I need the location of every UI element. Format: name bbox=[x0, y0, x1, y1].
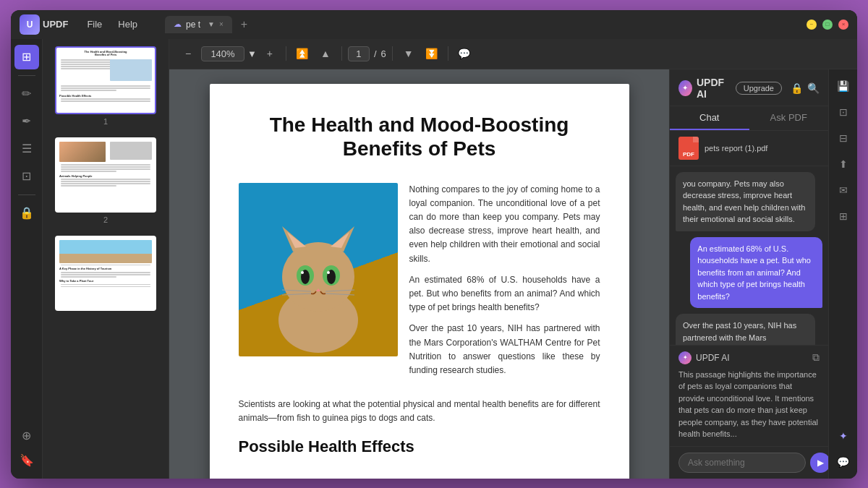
thumbnail-3[interactable]: A Key Phase in the History of Tourism Wh… bbox=[43, 228, 169, 318]
thumb-line bbox=[61, 98, 150, 100]
tab-bar: ☁ pe t ▼ × + bbox=[165, 16, 253, 33]
tool-protect-button[interactable]: 🔒 bbox=[14, 201, 39, 226]
ai-input-area: ▶ ⊕ bbox=[670, 446, 828, 479]
tab-icon: ☁ bbox=[174, 20, 182, 29]
thumb-line bbox=[61, 185, 116, 187]
menu-help[interactable]: Help bbox=[111, 16, 145, 33]
rt-ocr-button[interactable]: ⊡ bbox=[833, 101, 854, 123]
tool-bookmark-button[interactable]: 🔖 bbox=[14, 448, 39, 473]
pdf-content-block: Nothing compares to the joy of coming ho… bbox=[239, 183, 600, 385]
copy-button[interactable]: ⧉ bbox=[812, 351, 820, 364]
thumbnail-1-cat-img bbox=[110, 59, 152, 81]
toolbar-separator-2 bbox=[341, 46, 342, 61]
first-page-button[interactable]: ⏫ bbox=[292, 43, 312, 64]
tool-edit-button[interactable]: ✏ bbox=[14, 82, 39, 106]
rt-save-button[interactable]: 💾 bbox=[833, 75, 854, 97]
thumb-line bbox=[61, 284, 150, 286]
ai-messages: you company. Pets may also decrease stre… bbox=[670, 166, 828, 345]
app-logo-icon: U bbox=[20, 14, 40, 35]
last-page-button[interactable]: ⏬ bbox=[422, 43, 442, 64]
thumb-line bbox=[61, 164, 150, 166]
svg-point-1 bbox=[282, 242, 354, 312]
app-name: UPDF bbox=[43, 19, 68, 30]
minimize-button[interactable]: − bbox=[807, 20, 817, 30]
rt-compress-button[interactable]: ⊟ bbox=[833, 127, 854, 149]
close-button[interactable]: × bbox=[838, 20, 848, 30]
ai-header-icons: 🔒 🔍 bbox=[791, 82, 820, 94]
thumb-line bbox=[61, 181, 150, 182]
lock-icon[interactable]: 🔒 bbox=[791, 82, 803, 94]
zoom-arrow-icon[interactable]: ▼ bbox=[247, 48, 257, 59]
thumb-line bbox=[61, 87, 150, 89]
toolbar-separator-3 bbox=[392, 46, 393, 61]
pdf-file-icon: PDF bbox=[678, 137, 699, 160]
menu-bar: File Help bbox=[80, 16, 145, 33]
next-page-button[interactable]: ▼ bbox=[399, 43, 419, 64]
tab-add-button[interactable]: + bbox=[235, 17, 253, 33]
comment-button[interactable]: 💬 bbox=[454, 43, 475, 64]
tab-pet[interactable]: ☁ pe t ▼ × bbox=[165, 16, 232, 33]
ai-message-1: you company. Pets may also decrease stre… bbox=[676, 172, 815, 231]
prev-page-button[interactable]: ▲ bbox=[315, 43, 336, 64]
toolbar-separator-1 bbox=[286, 46, 286, 61]
thumb-line bbox=[61, 274, 150, 275]
ai-chat-panel: ✦ UPDF AI Upgrade 🔒 🔍 Chat Ask PDF bbox=[669, 69, 828, 479]
pdf-viewer[interactable]: The Health and Mood-Boosting Benefits of… bbox=[169, 69, 669, 479]
pdf-title: The Health and Mood-Boosting Benefits of… bbox=[239, 113, 600, 161]
thumb-line bbox=[61, 272, 150, 273]
window-controls: − □ × bbox=[807, 20, 848, 30]
ai-message-2: Over the past 10 years, NIH has partnere… bbox=[676, 314, 815, 345]
zoom-in-button[interactable]: + bbox=[260, 43, 280, 64]
page-current[interactable]: 1 bbox=[348, 46, 370, 61]
ai-send-button[interactable]: ▶ bbox=[810, 453, 830, 473]
ai-response-area: ✦ UPDF AI ⧉ This passage highlights the … bbox=[670, 345, 828, 446]
thumb-line bbox=[61, 171, 116, 172]
maximize-button[interactable]: □ bbox=[822, 20, 833, 30]
rt-chat-icon[interactable]: 💬 bbox=[833, 451, 854, 473]
rt-share-button[interactable]: ⬆ bbox=[833, 153, 854, 175]
tab-title: pe t bbox=[186, 20, 200, 30]
tab-dropdown[interactable]: ▼ bbox=[208, 20, 215, 28]
tool-layers-button[interactable]: ⊕ bbox=[14, 424, 39, 448]
zoom-display: 140% ▼ bbox=[201, 46, 257, 61]
tool-ocr-button[interactable]: ⊡ bbox=[14, 164, 39, 189]
thumb-line bbox=[61, 90, 116, 91]
thumb-line bbox=[61, 168, 150, 170]
thumbnail-1[interactable]: The Health and Mood-BoostingBenefits of … bbox=[43, 39, 169, 130]
thumbnail-2[interactable]: Animals Helping People 2 bbox=[43, 130, 169, 228]
pdf-page-1: The Health and Mood-Boosting Benefits of… bbox=[210, 84, 629, 479]
rt-scan-button[interactable]: ⊞ bbox=[833, 205, 854, 227]
thumbnail-2-image: Animals Helping People bbox=[55, 137, 156, 213]
tool-annotate-button[interactable]: ✒ bbox=[14, 109, 39, 134]
tab-chat[interactable]: Chat bbox=[670, 106, 749, 130]
rt-ai-icon[interactable]: ✦ bbox=[833, 425, 854, 447]
tool-form-button[interactable]: ☰ bbox=[14, 137, 39, 161]
thumb-section-heading: Animals Helping People bbox=[59, 174, 152, 178]
page-total: 6 bbox=[381, 48, 386, 59]
thumbnail-1-image: The Health and Mood-BoostingBenefits of … bbox=[55, 46, 156, 114]
thumbnail-1-label: 1 bbox=[103, 117, 108, 126]
ai-response-label: ✦ UPDF AI bbox=[678, 351, 730, 364]
title-bar-left: U UPDF File Help ☁ pe t ▼ × + bbox=[20, 14, 253, 35]
tool-bottom: ⊕ 🔖 bbox=[14, 424, 39, 473]
zoom-level[interactable]: 140% bbox=[201, 46, 244, 61]
right-toolbar: 💾 ⊡ ⊟ ⬆ ✉ ⊞ ✦ 💬 bbox=[828, 69, 857, 479]
content-area: The Health and Mood-Boosting Benefits of… bbox=[169, 69, 857, 479]
thumbnail-1-section-title: Possible Health Effects bbox=[59, 94, 152, 98]
pdf-text-block: Nothing compares to the joy of coming ho… bbox=[409, 183, 600, 385]
tool-pages-button[interactable]: ⊞ bbox=[14, 45, 39, 69]
menu-file[interactable]: File bbox=[80, 16, 109, 33]
tab-close-button[interactable]: × bbox=[219, 20, 224, 28]
thumb-plant-title: Why to Take a Plant Tour bbox=[59, 279, 152, 283]
search-icon[interactable]: 🔍 bbox=[807, 82, 820, 94]
thumb-line bbox=[61, 179, 150, 180]
ai-response-icon: ✦ bbox=[678, 351, 692, 364]
zoom-out-button[interactable]: − bbox=[178, 43, 198, 64]
toolbar-separator-4 bbox=[448, 46, 448, 61]
ai-search-input[interactable] bbox=[678, 453, 806, 473]
tab-ask-pdf[interactable]: Ask PDF bbox=[749, 106, 829, 130]
thumbnail-3-paris-img bbox=[59, 240, 152, 263]
rt-mail-button[interactable]: ✉ bbox=[833, 179, 854, 201]
upgrade-button[interactable]: Upgrade bbox=[736, 82, 782, 95]
thumb-line bbox=[61, 286, 150, 288]
